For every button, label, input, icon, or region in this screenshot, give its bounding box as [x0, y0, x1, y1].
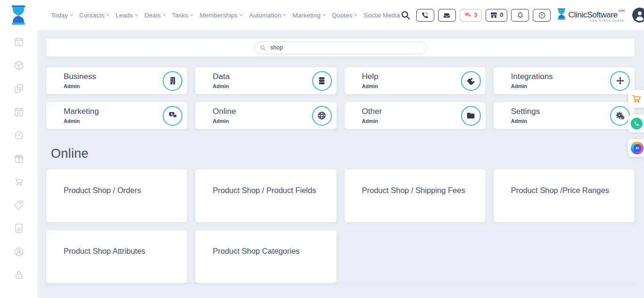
nav-automation[interactable]: Automation	[249, 12, 286, 19]
icon-sidebar: 12	[0, 30, 38, 298]
category-card-settings[interactable]: Settings Admin	[494, 102, 635, 129]
card-title: Product Shop / Orders	[64, 186, 141, 194]
store-icon	[490, 11, 498, 19]
floating-ai-button[interactable]: AI	[628, 139, 644, 157]
nav-quotes-label: Quotes	[332, 12, 353, 19]
floating-whatsapp-button[interactable]	[628, 114, 644, 132]
user-avatar-icon	[632, 8, 644, 23]
user-circle-icon[interactable]	[13, 246, 25, 258]
category-card-other[interactable]: Other Admin	[345, 102, 486, 129]
calendar-icon[interactable]: 12	[13, 36, 25, 48]
nav-marketing-label: Marketing	[292, 12, 320, 19]
category-subtitle: Admin	[64, 118, 159, 124]
card-title: Product Shop Categories	[213, 247, 299, 255]
chat-count-badge: 3	[474, 12, 478, 18]
nav-social-media-label: Social Media	[363, 12, 400, 19]
category-subtitle: Admin	[213, 83, 308, 89]
inbox-button[interactable]	[438, 9, 456, 22]
calendar-bag-icon[interactable]	[13, 106, 25, 118]
nav-deals[interactable]: Deals	[144, 12, 165, 19]
nav-marketing[interactable]: Marketing	[292, 12, 325, 19]
category-subtitle: Admin	[64, 83, 159, 89]
category-subtitle: Admin	[362, 118, 457, 124]
chevron-down-icon	[163, 13, 166, 16]
category-card-integrations[interactable]: Integrations Admin	[494, 67, 635, 94]
top-bar: Today Contacts Leads Deals Tasks Members…	[0, 0, 644, 30]
nav-today-label: Today	[51, 12, 68, 19]
store-button[interactable]: 0	[486, 9, 508, 22]
history-icon[interactable]	[13, 129, 25, 141]
inbox-icon	[443, 11, 451, 19]
nav-memberships-label: Memberships	[199, 12, 238, 19]
card-product-shop-product-fields[interactable]: Product Shop / Product Fields	[195, 169, 336, 222]
cube-icon[interactable]	[13, 60, 25, 71]
floating-cart-button[interactable]	[628, 90, 644, 108]
search-input[interactable]	[269, 44, 421, 51]
card-title: Product Shop /Price Ranges	[511, 186, 609, 194]
globe-icon	[312, 106, 332, 126]
nav-deals-label: Deals	[144, 12, 161, 19]
card-product-shop-attributes[interactable]: Product Shop Attributes	[46, 230, 187, 283]
ai-icon-label: AI	[634, 144, 641, 152]
chat-button[interactable]: 3	[460, 9, 482, 22]
chevron-down-icon	[190, 13, 193, 16]
search-icon[interactable]	[400, 10, 411, 20]
avatar[interactable]	[632, 8, 644, 23]
category-title: Online	[213, 107, 308, 116]
card-product-shop-shipping-fees[interactable]: Product Shop / Shipping Fees	[345, 169, 486, 222]
category-title: Data	[213, 72, 308, 81]
ai-icon: AI	[631, 142, 644, 154]
nav-today[interactable]: Today	[51, 12, 73, 19]
category-card-data[interactable]: Data Admin	[195, 67, 336, 94]
nav-leads-label: Leads	[116, 12, 133, 19]
folder-icon	[461, 106, 481, 126]
brand-tagline: TEN STEPS AHEAD	[568, 20, 625, 23]
help-button[interactable]: ?	[533, 9, 551, 22]
whatsapp-icon	[631, 118, 643, 129]
nav-quotes[interactable]: Quotes	[332, 12, 357, 19]
phone-icon	[421, 11, 429, 19]
category-card-online[interactable]: Online Admin	[195, 102, 336, 129]
category-card-business[interactable]: Business Admin	[46, 67, 187, 94]
phone-button[interactable]	[416, 9, 434, 22]
tag-icon[interactable]	[13, 200, 25, 211]
search-box[interactable]	[254, 41, 427, 54]
category-card-marketing[interactable]: Marketing Admin $	[46, 102, 187, 129]
app-logo[interactable]	[9, 3, 27, 27]
category-subtitle: Admin	[362, 83, 457, 89]
nav-contacts[interactable]: Contacts	[79, 12, 109, 19]
main-nav: Today Contacts Leads Deals Tasks Members…	[51, 12, 400, 19]
category-subtitle: Admin	[511, 118, 606, 124]
nav-memberships[interactable]: Memberships	[199, 12, 242, 19]
store-count-badge: 0	[500, 12, 504, 18]
copy-pages-icon[interactable]	[13, 83, 25, 94]
card-product-shop-orders[interactable]: Product Shop / Orders	[46, 169, 187, 222]
category-title: Other	[362, 107, 457, 116]
main-content: Business Admin Data Admin Help Admin	[38, 30, 644, 298]
cart-icon[interactable]	[13, 176, 25, 187]
nav-social-media[interactable]: Social Media	[363, 12, 400, 19]
chevron-down-icon	[283, 13, 286, 16]
category-title: Integrations	[511, 72, 606, 81]
padlock-icon[interactable]	[13, 269, 25, 281]
search-panel	[46, 39, 635, 56]
chat-dollar-icon: $	[163, 106, 182, 126]
card-product-shop-price-ranges[interactable]: Product Shop /Price Ranges	[494, 169, 635, 222]
card-product-shop-categories[interactable]: Product Shop Categories	[195, 230, 336, 283]
category-grid: Business Admin Data Admin Help Admin	[46, 67, 635, 129]
report-icon[interactable]	[13, 223, 25, 234]
nav-tasks-label: Tasks	[172, 12, 189, 19]
svg-text:?: ?	[541, 13, 543, 17]
cart-icon	[631, 93, 642, 105]
card-title: Product Shop / Product Fields	[213, 186, 316, 194]
clinicsoftware-logo[interactable]: ClinicSoftware.com TEN STEPS AHEAD	[556, 8, 625, 23]
notifications-button[interactable]	[511, 9, 529, 22]
chevron-down-icon	[135, 13, 138, 16]
topbar-actions: 3 0 ?	[400, 8, 644, 23]
category-card-help[interactable]: Help Admin	[345, 67, 486, 94]
nav-leads[interactable]: Leads	[116, 12, 138, 19]
brand-name: ClinicSoftware	[568, 10, 617, 19]
gift-icon[interactable]	[13, 153, 25, 164]
move-arrows-icon	[610, 71, 630, 91]
nav-tasks[interactable]: Tasks	[172, 12, 193, 19]
